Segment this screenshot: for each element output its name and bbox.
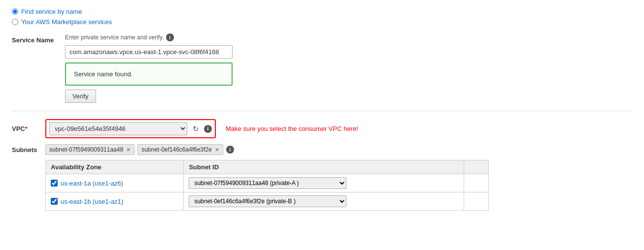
- az-1-checkbox[interactable]: [51, 180, 58, 187]
- subnet-select-1[interactable]: subnet-07f5949009311aa48 (private-A ): [189, 177, 346, 189]
- subnets-label: Subnets: [12, 146, 41, 154]
- subnets-table: Availability Zone Subnet ID us-east-1a (…: [45, 160, 489, 211]
- col-az: Availability Zone: [46, 160, 184, 174]
- section-divider: [12, 111, 632, 111]
- vpc-row: VPC* vpc-09e561e54e35f4946 ↻ i Make sure…: [12, 119, 632, 138]
- vpc-label: VPC*: [12, 125, 41, 132]
- subnet-select-2[interactable]: subnet-0ef146c6a4f6e3f2e (private-B ): [189, 195, 346, 207]
- service-name-found-box: Service name found.: [65, 62, 233, 86]
- aws-marketplace-label[interactable]: Your AWS Marketplace services: [21, 18, 112, 26]
- table-cell-empty-1: [464, 174, 489, 192]
- az-cell-1-inner: us-east-1a (use1-az6): [51, 180, 178, 187]
- az-cell-2-inner: us-east-1b (use1-az1): [51, 198, 178, 205]
- aws-marketplace-radio[interactable]: [12, 19, 18, 25]
- vpc-info-icon[interactable]: i: [204, 125, 212, 133]
- service-name-desc-text: Enter private service name and verify.: [65, 34, 164, 41]
- table-row: us-east-1b (use1-az1) subnet-0ef146c6a4f…: [46, 192, 489, 211]
- verify-button[interactable]: Verify: [65, 90, 96, 103]
- service-name-content: Enter private service name and verify. i…: [65, 33, 233, 103]
- subnets-info-icon[interactable]: i: [226, 146, 234, 154]
- col-empty: [464, 160, 489, 174]
- find-service-radio-group: Find service by name Your AWS Marketplac…: [12, 8, 632, 26]
- az-cell-1: us-east-1a (use1-az6): [46, 174, 184, 192]
- find-by-name-radio[interactable]: [12, 8, 18, 15]
- subnet-tag-1-text: subnet-07f5949009311aa48: [49, 146, 123, 153]
- az-2-checkbox[interactable]: [51, 198, 58, 205]
- az-1-link[interactable]: us-east-1a (use1-az6): [61, 180, 123, 187]
- subnet-tag-2-remove[interactable]: ✕: [215, 147, 219, 153]
- find-by-name-label[interactable]: Find service by name: [21, 8, 82, 15]
- subnet-cell-1: subnet-07f5949009311aa48 (private-A ): [184, 174, 464, 192]
- az-2-link[interactable]: us-east-1b (use1-az1): [61, 198, 123, 205]
- subnet-tag-1: subnet-07f5949009311aa48 ✕: [45, 144, 135, 155]
- subnets-row: Subnets subnet-07f5949009311aa48 ✕ subne…: [12, 144, 632, 155]
- vpc-select[interactable]: vpc-09e561e54e35f4946: [49, 122, 187, 135]
- subnet-tag-2: subnet-0ef146c6a4f6e3f2e ✕: [137, 144, 223, 155]
- subnet-tags-container: subnet-07f5949009311aa48 ✕ subnet-0ef146…: [45, 144, 234, 155]
- vpc-selector-border: vpc-09e561e54e35f4946 ↻ i: [45, 119, 216, 138]
- table-row: us-east-1a (use1-az6) subnet-07f59490093…: [46, 174, 489, 192]
- subnet-cell-2: subnet-0ef146c6a4f6e3f2e (private-B ): [184, 192, 464, 211]
- service-name-found-text: Service name found.: [74, 70, 133, 78]
- vpc-label-text: VPC: [12, 125, 25, 132]
- service-name-field-row: Service Name Enter private service name …: [12, 33, 632, 103]
- service-name-description: Enter private service name and verify. i: [65, 33, 233, 41]
- service-name-info-icon[interactable]: i: [166, 33, 174, 41]
- service-name-label: Service Name: [12, 33, 61, 44]
- subnet-tag-2-text: subnet-0ef146c6a4f6e3f2e: [141, 146, 212, 153]
- col-subnet-id: Subnet ID: [184, 160, 464, 174]
- vpc-warning-text: Make sure you select the consumer VPC he…: [226, 125, 358, 132]
- subnets-table-header-row: Availability Zone Subnet ID: [46, 160, 489, 174]
- vpc-required-star: *: [25, 125, 28, 132]
- find-by-name-row: Find service by name: [12, 8, 632, 15]
- service-name-input[interactable]: [65, 45, 233, 59]
- aws-marketplace-row: Your AWS Marketplace services: [12, 18, 632, 26]
- table-cell-empty-2: [464, 192, 489, 211]
- refresh-icon[interactable]: ↻: [190, 124, 201, 134]
- az-cell-2: us-east-1b (use1-az1): [46, 192, 184, 211]
- subnet-tag-1-remove[interactable]: ✕: [126, 147, 131, 153]
